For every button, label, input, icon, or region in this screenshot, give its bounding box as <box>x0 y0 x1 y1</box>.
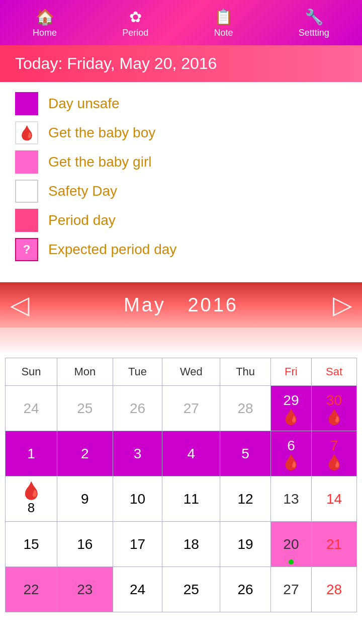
table-row[interactable]: 21 <box>312 522 357 567</box>
table-row[interactable]: 24 <box>113 567 162 612</box>
nav-home-label: Home <box>33 28 57 38</box>
table-row[interactable]: 10 <box>113 476 162 522</box>
table-row[interactable]: 6 🩸 <box>270 431 311 476</box>
header-sun: Sun <box>6 358 57 386</box>
table-row[interactable]: 28 <box>220 386 270 431</box>
calendar-row: 24 25 26 27 28 29 🩸 30 🩸 <box>6 386 357 431</box>
table-row[interactable]: 20 <box>270 522 311 567</box>
table-row[interactable]: 5 <box>220 431 270 476</box>
settings-icon: 🔧 <box>305 8 323 26</box>
nav-period[interactable]: ✿ Period <box>122 8 148 38</box>
header-thu: Thu <box>220 358 270 386</box>
table-row[interactable]: 27 <box>162 386 220 431</box>
header-wed: Wed <box>162 358 220 386</box>
calendar-row: 🩸 8 9 10 11 12 13 14 <box>6 476 357 522</box>
table-row[interactable]: 13 <box>270 476 311 522</box>
nav-settings[interactable]: 🔧 Settting <box>299 8 329 38</box>
header-mon: Mon <box>57 358 113 386</box>
table-row[interactable]: 11 <box>162 476 220 522</box>
calendar-header-row: Sun Mon Tue Wed Thu Fri Sat <box>6 358 357 386</box>
legend-item-safety: Safety Day <box>15 180 347 203</box>
legend-label-unsafe: Day unsafe <box>48 96 120 112</box>
legend-item-unsafe: Day unsafe <box>15 92 347 115</box>
table-row[interactable]: 9 <box>57 476 113 522</box>
legend-color-unsafe <box>15 92 38 115</box>
top-navigation: 🏠 Home ✿ Period 📋 Note 🔧 Settting <box>0 0 362 45</box>
table-row[interactable]: 3 <box>113 431 162 476</box>
table-row[interactable]: 27 <box>270 567 311 612</box>
table-row[interactable]: 19 <box>220 522 270 567</box>
table-row[interactable]: 25 <box>162 567 220 612</box>
nav-note[interactable]: 📋 Note <box>214 8 233 38</box>
legend-color-expected: ? <box>15 238 38 261</box>
table-row[interactable]: 2 <box>57 431 113 476</box>
today-text: Today: Friday, May 20, 2016 <box>15 54 217 72</box>
period-icon: ✿ <box>129 8 142 26</box>
nav-note-label: Note <box>214 28 233 38</box>
table-row[interactable]: 15 <box>6 522 57 567</box>
legend: Day unsafe 🩸 Get the baby boy Get the ba… <box>0 82 362 282</box>
table-row[interactable]: 🩸 8 <box>6 476 57 522</box>
table-row[interactable]: 14 <box>312 476 357 522</box>
legend-label-baby-boy: Get the baby boy <box>48 125 155 141</box>
legend-item-baby-girl: Get the baby girl <box>15 150 347 174</box>
table-row[interactable]: 28 <box>312 567 357 612</box>
table-row[interactable]: 24 <box>6 386 57 431</box>
legend-item-expected: ? Expected period day <box>15 238 347 261</box>
calendar-wrap: Sun Mon Tue Wed Thu Fri Sat 24 25 26 27 … <box>0 353 362 612</box>
legend-label-period: Period day <box>48 212 116 228</box>
table-row[interactable]: 16 <box>57 522 113 567</box>
table-row[interactable]: 26 <box>113 386 162 431</box>
table-row[interactable]: 22 <box>6 567 57 612</box>
calendar-table: Sun Mon Tue Wed Thu Fri Sat 24 25 26 27 … <box>5 358 357 612</box>
legend-label-safety: Safety Day <box>48 183 117 199</box>
next-month-button[interactable]: ▷ <box>333 290 352 319</box>
calendar-header: ◁ May 2016 ▷ <box>0 282 362 328</box>
table-row[interactable]: 4 <box>162 431 220 476</box>
table-row[interactable]: 30 🩸 <box>312 386 357 431</box>
table-row[interactable]: 1 <box>6 431 57 476</box>
table-row[interactable]: 12 <box>220 476 270 522</box>
calendar-row: 1 2 3 4 5 6 🩸 7 🩸 <box>6 431 357 476</box>
nav-period-label: Period <box>122 28 148 38</box>
legend-color-safety <box>15 180 38 203</box>
nav-home[interactable]: 🏠 Home <box>33 8 57 38</box>
calendar-row: 22 23 24 25 26 27 28 <box>6 567 357 612</box>
header-sat: Sat <box>312 358 357 386</box>
home-icon: 🏠 <box>36 8 54 26</box>
table-row[interactable]: 26 <box>220 567 270 612</box>
legend-color-period <box>15 209 38 232</box>
table-row[interactable]: 17 <box>113 522 162 567</box>
legend-color-baby-girl <box>15 150 38 174</box>
legend-label-baby-girl: Get the baby girl <box>48 154 151 170</box>
nav-settings-label: Settting <box>299 28 329 38</box>
prev-month-button[interactable]: ◁ <box>10 290 29 319</box>
legend-item-period: Period day <box>15 209 347 232</box>
calendar-row: 15 16 17 18 19 20 21 <box>6 522 357 567</box>
note-icon: 📋 <box>214 8 233 26</box>
calendar-band <box>0 328 362 353</box>
table-row[interactable]: 18 <box>162 522 220 567</box>
legend-item-baby-boy: 🩸 Get the baby boy <box>15 121 347 144</box>
today-bar: Today: Friday, May 20, 2016 <box>0 45 362 82</box>
table-row[interactable]: 25 <box>57 386 113 431</box>
table-row[interactable]: 29 🩸 <box>270 386 311 431</box>
table-row[interactable]: 23 <box>57 567 113 612</box>
calendar-month-year: May 2016 <box>124 294 238 316</box>
table-row[interactable]: 7 🩸 <box>312 431 357 476</box>
header-tue: Tue <box>113 358 162 386</box>
header-fri: Fri <box>270 358 311 386</box>
legend-color-baby-boy: 🩸 <box>15 121 38 144</box>
legend-label-expected: Expected period day <box>48 242 176 258</box>
